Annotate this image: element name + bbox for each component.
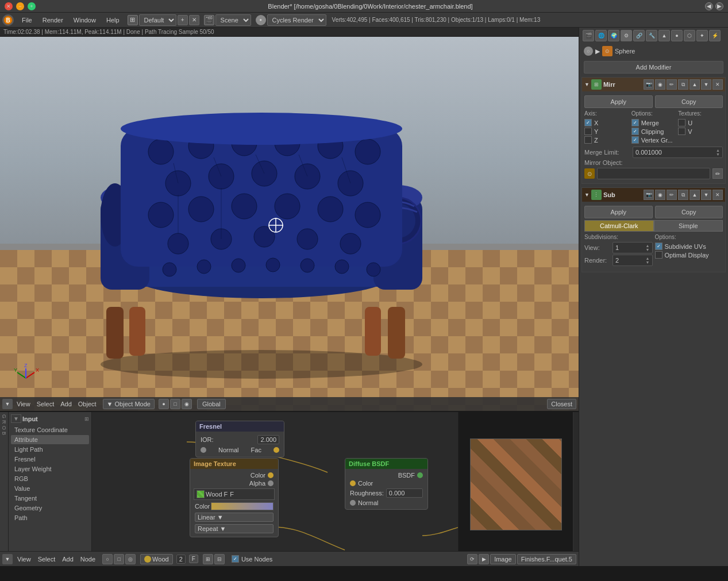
- panel-icon-object[interactable]: ⚙: [621, 30, 632, 41]
- maximize-button[interactable]: +: [28, 2, 36, 10]
- mirror-x-checkbox[interactable]: [584, 119, 592, 126]
- input-item-path[interactable]: Path: [11, 513, 89, 522]
- node-icon-1[interactable]: ○: [102, 554, 113, 564]
- add-workspace-icon[interactable]: +: [178, 15, 188, 25]
- mirror-cam-btn[interactable]: 📷: [644, 79, 654, 90]
- node-node-label[interactable]: Node: [78, 555, 98, 564]
- mirror-copy-btn[interactable]: Copy: [655, 95, 723, 108]
- remove-workspace-icon[interactable]: ✕: [189, 15, 199, 25]
- 3d-viewport[interactable]: ▼ Object Mode View Select Add Object ▼ O…: [0, 37, 579, 411]
- shade-icon[interactable]: ◉: [182, 399, 192, 409]
- material-f-btn[interactable]: F: [189, 555, 198, 563]
- fresnel-ior-field[interactable]: 2.000: [257, 435, 279, 444]
- display-icon[interactable]: □: [170, 399, 180, 409]
- sub-copy-btn[interactable]: Copy: [655, 206, 723, 218]
- sub-down-btn[interactable]: ▼: [701, 190, 711, 200]
- image-texture-node[interactable]: Image Texture Color Alpha: [190, 458, 279, 537]
- diffuse-roughness-field[interactable]: 0.000: [386, 488, 423, 498]
- input-panel-pin[interactable]: ⊞: [84, 416, 89, 422]
- engine-select[interactable]: Cycles Render: [267, 14, 326, 26]
- node-editor-menu-icon[interactable]: ▼: [2, 554, 13, 564]
- panel-icon-texture[interactable]: ⬡: [684, 30, 695, 41]
- mirror-z-checkbox[interactable]: [584, 136, 592, 144]
- sub-delete-btn[interactable]: ✕: [712, 190, 723, 200]
- snap-select[interactable]: Closest: [547, 399, 576, 409]
- img-color-swatch[interactable]: [211, 502, 274, 510]
- scene-select[interactable]: Scene: [215, 14, 251, 26]
- select-label[interactable]: Select: [34, 399, 57, 409]
- sub-up-btn[interactable]: ▲: [690, 190, 700, 200]
- mirror-y-checkbox[interactable]: [584, 128, 592, 135]
- panel-icon-data[interactable]: ▲: [658, 30, 670, 41]
- bottom-icon-1[interactable]: ⟳: [467, 554, 477, 564]
- mirror-render-btn[interactable]: ◉: [655, 79, 665, 90]
- input-item-attribute[interactable]: Attribute: [11, 435, 89, 444]
- simple-tab[interactable]: Simple: [654, 220, 723, 232]
- panel-icon-render[interactable]: 🎬: [583, 30, 594, 41]
- sub-render-btn[interactable]: ◉: [655, 190, 665, 200]
- input-collapse-icon[interactable]: ▼: [11, 414, 21, 423]
- diffuse-bsdf-node[interactable]: Diffuse BSDF BSDF Color: [345, 458, 428, 510]
- input-item-fresnel[interactable]: Fresnel: [11, 455, 89, 464]
- img-interpolation-select[interactable]: Linear ▼: [195, 513, 274, 522]
- material-nav-1[interactable]: ⊞: [203, 554, 213, 564]
- win-ctrl-2[interactable]: ▶: [715, 2, 723, 10]
- catmull-clark-tab[interactable]: Catmull-Clark: [584, 220, 654, 232]
- dot-icon[interactable]: ●: [159, 399, 169, 409]
- mirror-delete-btn[interactable]: ✕: [712, 79, 723, 90]
- menu-help[interactable]: Help: [102, 16, 124, 25]
- fresnel-node[interactable]: Fresnel IOR: 2.000 Normal Fac: [195, 421, 284, 457]
- node-editor-scrollbar[interactable]: [573, 412, 579, 566]
- sub-collapse-icon[interactable]: ▼: [584, 192, 590, 198]
- object-label[interactable]: Object: [76, 399, 99, 409]
- close-button[interactable]: ✕: [5, 2, 13, 10]
- input-item-texture-coord[interactable]: Texture Coordinate: [11, 425, 89, 434]
- menu-window[interactable]: Window: [69, 16, 101, 25]
- panel-icon-material[interactable]: ●: [671, 30, 683, 41]
- object-mode-select[interactable]: ▼ Object Mode: [103, 399, 155, 409]
- add-modifier-button[interactable]: Add Modifier: [584, 61, 723, 74]
- mirror-edit-btn[interactable]: ✏: [667, 79, 677, 90]
- node-view-label[interactable]: View: [15, 555, 33, 564]
- input-item-tangent[interactable]: Tangent: [11, 494, 89, 503]
- bottom-finishes[interactable]: Finishes.F...quet.5: [517, 554, 576, 564]
- scene-icon[interactable]: 🎬: [204, 15, 214, 25]
- sub-optimal-checkbox[interactable]: [655, 251, 662, 259]
- node-select-label[interactable]: Select: [36, 555, 58, 564]
- sub-cam-btn[interactable]: 📷: [644, 190, 654, 200]
- img-texture-field[interactable]: Wood F F: [194, 488, 275, 500]
- input-item-rgb[interactable]: RGB: [11, 474, 89, 483]
- input-item-layer-weight[interactable]: Layer Weight: [11, 464, 89, 474]
- bottom-icon-2[interactable]: ▶: [479, 554, 489, 564]
- mirror-cage-btn[interactable]: ⧉: [678, 79, 688, 90]
- panel-icon-physics[interactable]: ⚡: [709, 30, 721, 41]
- add-label[interactable]: Add: [58, 399, 74, 409]
- mirror-merge-checkbox[interactable]: [631, 119, 639, 126]
- minimize-button[interactable]: −: [16, 2, 24, 10]
- mirror-vg-checkbox[interactable]: [631, 136, 639, 144]
- use-nodes-checkbox[interactable]: ✓: [232, 555, 239, 563]
- merge-limit-field[interactable]: 0.001000 ▲ ▼: [633, 147, 723, 158]
- panel-icon-scene[interactable]: 🌐: [595, 30, 607, 41]
- material-nav-2[interactable]: ⊟: [214, 554, 225, 564]
- sub-apply-btn[interactable]: Apply: [584, 206, 653, 218]
- mirror-u-checkbox[interactable]: [678, 119, 685, 126]
- input-item-light-path[interactable]: Light Path: [11, 445, 89, 454]
- img-extension-select[interactable]: Repeat ▼: [195, 524, 274, 533]
- mirror-obj-field[interactable]: [597, 168, 710, 179]
- mirror-collapse-icon[interactable]: ▼: [584, 82, 590, 87]
- node-icon-2[interactable]: □: [114, 554, 124, 564]
- sub-uvs-checkbox[interactable]: [655, 243, 662, 250]
- viewport-menu-icon[interactable]: ▼: [2, 399, 13, 409]
- win-ctrl-1[interactable]: ◀: [705, 2, 713, 10]
- workspace-select[interactable]: Default: [139, 14, 176, 26]
- mirror-v-checkbox[interactable]: [678, 128, 685, 135]
- global-select[interactable]: Global: [197, 399, 226, 409]
- panel-icon-world[interactable]: 🌍: [608, 30, 619, 41]
- mirror-clip-checkbox[interactable]: [631, 128, 639, 135]
- menu-file[interactable]: File: [17, 16, 37, 25]
- sub-render-field[interactable]: 2 ▲ ▼: [613, 255, 653, 266]
- view-label[interactable]: View: [14, 399, 33, 409]
- panel-icon-constraints[interactable]: 🔗: [633, 30, 645, 41]
- input-item-value[interactable]: Value: [11, 484, 89, 493]
